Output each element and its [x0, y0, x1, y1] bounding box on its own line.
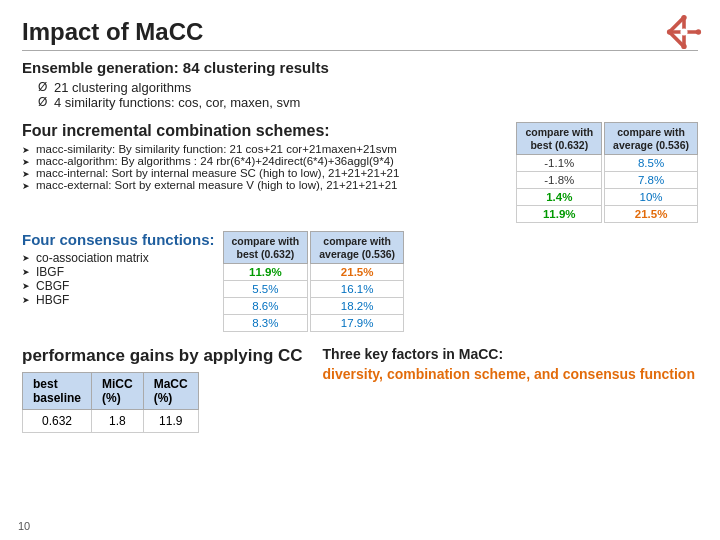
ensemble-bullet-1: 21 clustering algorithms — [40, 80, 698, 95]
performance-right: Three key factors in MaCC: diversity, co… — [323, 346, 698, 385]
page-content: Impact of MaCC Ensemble generation: 84 c… — [0, 0, 720, 453]
perf-col-macc: MaCC (%) — [143, 373, 198, 410]
svg-point-4 — [680, 28, 687, 35]
key-factors-text: diversity, combination scheme, and conse… — [323, 365, 698, 385]
key-factors-heading: Three key factors in MaCC: — [323, 346, 698, 362]
cons-avg-header: compare with average (0.536) — [311, 232, 404, 264]
incr-row2-avg: 7.8% — [605, 172, 698, 189]
consensus-heading: Four consensus functions: — [22, 231, 215, 248]
incremental-bullets: macc-similarity: By similarity function:… — [22, 143, 508, 191]
logo — [666, 14, 702, 50]
performance-section: performance gains by applying CC best ba… — [22, 346, 698, 433]
perf-col-baseline: best baseline — [23, 373, 92, 410]
svg-point-5 — [681, 15, 686, 20]
consensus-tables: compare with best (0.632) 11.9% 5.5% 8.6… — [223, 231, 405, 332]
incr-bullet-1: macc-similarity: By similarity function:… — [22, 143, 508, 155]
incr-row4-best: 11.9% — [517, 206, 602, 223]
cons-row1-avg: 21.5% — [311, 264, 404, 281]
page-number: 10 — [18, 520, 30, 532]
cons-row3-avg: 18.2% — [311, 298, 404, 315]
incr-best-table: compare with best (0.632) -1.1% -1.8% 1.… — [516, 122, 602, 223]
incremental-compare-tables: compare with best (0.632) -1.1% -1.8% 1.… — [516, 122, 698, 223]
incr-row1-avg: 8.5% — [605, 155, 698, 172]
cons-best-table: compare with best (0.632) 11.9% 5.5% 8.6… — [223, 231, 309, 332]
incr-row1-best: -1.1% — [517, 155, 602, 172]
svg-point-6 — [681, 44, 686, 49]
ensemble-bullet-2: 4 similarity functions: cos, cor, maxen,… — [40, 95, 698, 110]
perf-val-micc: 1.8 — [92, 410, 144, 433]
incr-avg-header: compare with average (0.536) — [605, 123, 698, 155]
incr-bullet-3: macc-internal: Sort by internal measure … — [22, 167, 508, 179]
consensus-left: Four consensus functions: co-association… — [22, 231, 215, 307]
incr-row2-best: -1.8% — [517, 172, 602, 189]
perf-val-baseline: 0.632 — [23, 410, 92, 433]
page-title: Impact of MaCC — [22, 18, 698, 51]
performance-heading: performance gains by applying CC — [22, 346, 303, 366]
cons-bullet-4: HBGF — [22, 293, 215, 307]
incremental-heading: Four incremental combination schemes: — [22, 122, 508, 140]
ensemble-heading: Ensemble generation: 84 clustering resul… — [22, 59, 698, 76]
performance-left: performance gains by applying CC best ba… — [22, 346, 303, 433]
cons-row2-avg: 16.1% — [311, 281, 404, 298]
cons-best-header: compare with best (0.632) — [223, 232, 308, 264]
cons-bullet-1: co-association matrix — [22, 251, 215, 265]
incr-row4-avg: 21.5% — [605, 206, 698, 223]
incr-row3-avg: 10% — [605, 189, 698, 206]
incr-avg-table: compare with average (0.536) 8.5% 7.8% 1… — [604, 122, 698, 223]
cons-bullet-3: CBGF — [22, 279, 215, 293]
cons-row1-best: 11.9% — [223, 264, 308, 281]
consensus-bullets: co-association matrix IBGF CBGF HBGF — [22, 251, 215, 307]
ensemble-bullets: 21 clustering algorithms 4 similarity fu… — [40, 80, 698, 110]
cons-row2-best: 5.5% — [223, 281, 308, 298]
incr-row3-best: 1.4% — [517, 189, 602, 206]
cons-bullet-2: IBGF — [22, 265, 215, 279]
svg-point-8 — [696, 29, 701, 34]
perf-col-micc: MiCC (%) — [92, 373, 144, 410]
incr-bullet-2: macc-algorithm: By algorithms : 24 rbr(6… — [22, 155, 508, 167]
cons-row4-avg: 17.9% — [311, 315, 404, 332]
perf-val-macc: 11.9 — [143, 410, 198, 433]
cons-row3-best: 8.6% — [223, 298, 308, 315]
incr-best-header: compare with best (0.632) — [517, 123, 602, 155]
incremental-section: Four incremental combination schemes: ma… — [22, 122, 698, 223]
incremental-left: Four incremental combination schemes: ma… — [22, 122, 508, 191]
performance-table: best baseline MiCC (%) MaCC (%) 0.632 1.… — [22, 372, 199, 433]
svg-point-7 — [667, 29, 672, 34]
cons-avg-table: compare with average (0.536) 21.5% 16.1%… — [310, 231, 404, 332]
consensus-section: Four consensus functions: co-association… — [22, 231, 698, 332]
incr-bullet-4: macc-external: Sort by external measure … — [22, 179, 508, 191]
cons-row4-best: 8.3% — [223, 315, 308, 332]
